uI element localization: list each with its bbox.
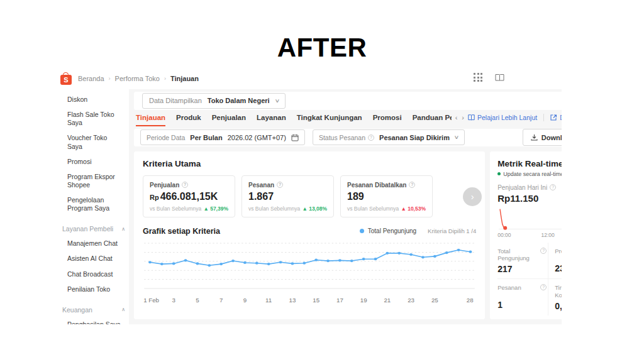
learn-more-link[interactable]: Pelajari Lebih Lanjut — [468, 114, 537, 121]
realtime-metric-value: 1 — [497, 300, 547, 310]
tab-produk[interactable]: Produk — [176, 114, 201, 121]
sidebar-item-chat-broadcast[interactable]: Chat Broadcast — [67, 270, 129, 278]
svg-text:28: 28 — [467, 297, 474, 303]
learn-more-label: Pelajari Lebih Lanjut — [477, 114, 537, 121]
info-icon[interactable]: ? — [540, 284, 547, 290]
info-icon[interactable]: ? — [409, 182, 415, 188]
svg-text:15: 15 — [313, 297, 319, 303]
periode-data-picker[interactable]: Periode Data Per Bulan 2026.02 (GMT+07) — [140, 129, 305, 145]
sidebar-item-flash-sale-toko-saya[interactable]: Flash Sale Toko Saya — [67, 111, 129, 127]
data-shown-value: Toko Dalam Negeri — [208, 97, 270, 104]
total-pengunjung-line-chart: 1 Feb3579111315171921232528 — [143, 239, 476, 307]
tab-tinjauan[interactable]: Tinjauan — [136, 114, 165, 121]
live-dot-icon — [497, 172, 501, 175]
tab-pager: ‹ › — [455, 114, 464, 121]
live-label: Update secara real-time — [503, 171, 562, 177]
breadcrumb-separator-icon: › — [164, 75, 166, 82]
metric-card-penjualan[interactable]: Penjualan?Rp466.081,15Kvs Bulan Sebelumn… — [143, 175, 235, 217]
info-icon[interactable]: ? — [550, 184, 556, 190]
tab-layanan[interactable]: Layanan — [257, 114, 286, 121]
chevron-up-icon: ∧ — [121, 226, 125, 232]
metric-value: 189 — [347, 191, 426, 202]
data-realtime-label: Data Real-time — [560, 114, 562, 121]
tab-prev-icon[interactable]: ‹ — [455, 114, 458, 121]
svg-text:23: 23 — [408, 297, 414, 303]
metric-delta: ▲ 13,08% — [302, 206, 327, 212]
metric-label-text: Pesanan — [248, 182, 274, 189]
metric-card-pesanan-dibatalkan[interactable]: Pesanan Dibatalkan?189vs Bulan Sebelumny… — [340, 175, 433, 217]
chevron-down-icon: ∨ — [274, 98, 280, 104]
tab-bar: TinjauanProdukPenjualanLayananTingkat Ku… — [134, 110, 562, 125]
status-pesanan-dropdown[interactable]: Status Pesanan ? Pesanan Siap Dikirim ∨ — [313, 129, 465, 145]
sidebar-section-keuangan[interactable]: Keuangan∧ — [62, 306, 125, 314]
tab-promosi[interactable]: Promosi — [373, 114, 402, 121]
metric-card-pesanan[interactable]: Pesanan?1.867vs Bulan Sebelumnya▲ 13,08% — [242, 175, 334, 217]
carousel-next-button[interactable]: › — [463, 187, 482, 206]
realtime-metric-label: Total Pengunjung? — [497, 248, 547, 263]
metric-label: Penjualan? — [150, 182, 228, 189]
svg-text:19: 19 — [360, 297, 367, 303]
info-icon[interactable]: ? — [540, 248, 547, 254]
sidebar-section-layanan-pembeli[interactable]: Layanan Pembeli∧ — [62, 225, 125, 233]
legend-dot-icon — [360, 229, 364, 233]
realtime-metric-total-pengunjung: Total Pengunjung?217 — [497, 243, 548, 279]
periode-mode: Per Bulan — [190, 134, 222, 141]
sales-today-value: Rp11.150 — [497, 193, 562, 204]
sidebar-item-asisten-ai-chat[interactable]: Asisten AI Chat — [67, 255, 129, 263]
breadcrumb-separator-icon: › — [109, 75, 111, 82]
metric-delta: ▲ 10,53% — [401, 206, 426, 212]
info-icon[interactable]: ? — [182, 182, 188, 188]
tab-next-icon[interactable]: › — [462, 114, 464, 121]
svg-text:21: 21 — [384, 297, 391, 303]
info-icon[interactable]: ? — [368, 134, 374, 141]
sidebar-item-voucher-toko-saya[interactable]: Voucher Toko Saya — [67, 134, 129, 150]
download-data-button[interactable]: Download Data — [523, 129, 562, 146]
download-icon — [531, 134, 538, 141]
book-open-icon — [468, 114, 475, 121]
breadcrumb-performa-toko[interactable]: Performa Toko — [115, 75, 160, 82]
svg-text:11: 11 — [265, 297, 272, 303]
metric-value: 1.867 — [248, 191, 327, 202]
sidebar-item-diskon[interactable]: Diskon — [67, 96, 129, 104]
breadcrumb-current: Tinjauan — [170, 75, 199, 82]
tab-tingkat-kunjungan[interactable]: Tingkat Kunjungan — [297, 114, 362, 121]
compare-label: vs Bulan Sebelumnya — [248, 206, 300, 212]
sidebar-item-penilaian-toko[interactable]: Penilaian Toko — [67, 285, 129, 293]
calendar-icon — [291, 134, 299, 141]
realtime-metric-label: Tingkat Konversi...? — [555, 284, 562, 299]
realtime-metric-text: Pesanan — [497, 284, 521, 298]
realtime-metric-text: Total Pengunjung — [497, 248, 540, 263]
breadcrumb-beranda[interactable]: Beranda — [78, 75, 104, 82]
realtime-metric-text: Produk Diklik — [555, 248, 562, 261]
realtime-metric-value: 0,42% — [555, 301, 562, 311]
sidebar-item-program-ekspor-shopee[interactable]: Program Ekspor Shopee — [67, 173, 129, 189]
sales-today-label: Penjualan Hari Ini — [497, 184, 547, 191]
svg-text:5: 5 — [196, 297, 199, 303]
metric-compare: vs Bulan Sebelumnya▲ 13,08% — [248, 206, 327, 212]
main-content: Data Ditampilkan Toko Dalam Negeri ∨ Tin… — [129, 89, 562, 324]
kriteria-title: Kriteria Utama — [143, 159, 476, 168]
tab-panduan-pen[interactable]: Panduan Pen — [413, 114, 452, 121]
svg-text:1 Feb: 1 Feb — [143, 297, 159, 303]
data-shown-dropdown[interactable]: Data Ditampilkan Toko Dalam Negeri ∨ — [142, 93, 286, 109]
metric-number: 189 — [347, 191, 364, 202]
apps-grid-icon[interactable] — [474, 73, 482, 82]
realtime-metric-label: Produk Diklik? — [555, 248, 562, 261]
sidebar-nav: DiskonFlash Sale Toko SayaVoucher Toko S… — [53, 89, 129, 324]
metric-value: Rp466.081,15K — [150, 191, 228, 202]
seller-dashboard: S Beranda › Performa Toko › Tinjauan Dis… — [53, 68, 562, 324]
metric-number: 466.081,15K — [160, 191, 218, 202]
svg-text:17: 17 — [336, 297, 343, 303]
data-realtime-link[interactable]: Data Real-time — [550, 114, 562, 121]
sidebar-item-penghasilan-saya[interactable]: Penghasilan Saya — [67, 321, 129, 324]
sidebar-item-promosi[interactable]: Promosi — [67, 158, 129, 166]
info-icon[interactable]: ? — [277, 182, 283, 188]
sidebar-item-pengelolaan-program-saya[interactable]: Pengelolaan Program Saya — [67, 196, 129, 212]
realtime-time-axis: 00:00 12:00 24:00 — [497, 232, 562, 243]
sidebar-item-manajemen-chat[interactable]: Manajemen Chat — [67, 239, 129, 248]
tab-penjualan[interactable]: Penjualan — [212, 114, 246, 121]
compare-label: vs Bulan Sebelumnya — [347, 206, 399, 212]
book-icon[interactable] — [495, 74, 504, 82]
legend-label[interactable]: Total Pengunjung — [368, 228, 416, 234]
realtime-metrics-grid: Total Pengunjung?217Produk Diklik?236Pes… — [497, 243, 562, 316]
